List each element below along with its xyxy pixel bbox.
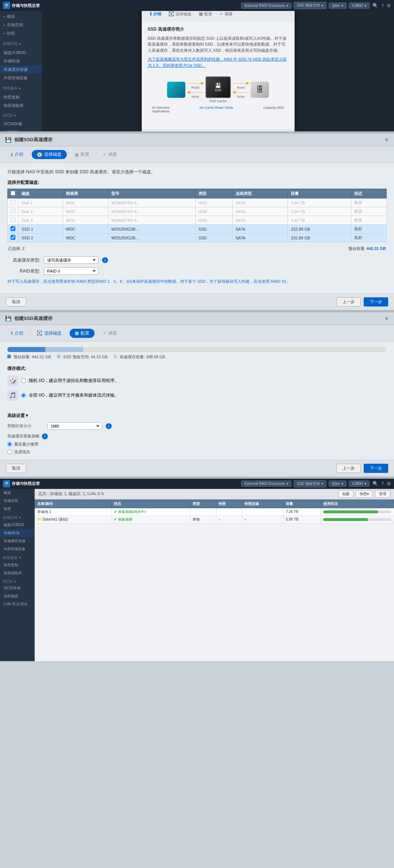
sidebar2-snapshot[interactable]: 快照 <box>0 505 35 513</box>
badge-ssd-reserve[interactable]: SSD 预留空间 ▾ <box>294 2 327 9</box>
raid-type-select[interactable]: RAID 0 RAID 1 RAID 5 RAID 10 <box>44 267 98 275</box>
advanced-section: 高级设置▼ 旁路区块大小 1MB 512KB i 高速缓存置换策略: i 最近最… <box>0 410 394 460</box>
manage-btn[interactable]: 管理 <box>375 490 390 498</box>
sidebar2: 概述 存储空间 快照 存储空间 ▾ 磁盘/VJBOD 存储/快池 高速缓存加速 <box>0 489 35 661</box>
sidebar2-remote-disk[interactable]: 远程磁盘 <box>0 592 35 600</box>
badge2-vjbod[interactable]: VJ80D ▾ <box>349 481 370 487</box>
cache-mode-all-radio[interactable] <box>21 393 26 398</box>
topbar-icons2: 🔍 ? ⚙ <box>372 481 391 486</box>
eviction-lru-radio[interactable] <box>7 442 12 447</box>
ssd2-checkbox[interactable] <box>11 235 15 240</box>
badge2-ssd[interactable]: SSD 预留空间 ▾ <box>294 480 327 487</box>
ssd1-checkbox[interactable] <box>11 226 15 231</box>
bypass-info-icon[interactable]: i <box>106 423 112 429</box>
eviction-info-icon[interactable]: i <box>42 433 48 439</box>
panel3-close-btn[interactable]: ✕ <box>385 316 389 321</box>
snapshot-btn[interactable]: 快照▾ <box>356 490 373 498</box>
sidebar2-lun[interactable]: LUN 导入/导出 <box>0 600 35 608</box>
step2-choose-disk[interactable]: 💽 选择磁盘 <box>32 150 67 159</box>
modal-intro-steps: ℹ 介绍 💽 选择磁盘 ▦ 配置 ✓ 摘要 <box>142 11 294 21</box>
sidebar-item-overview[interactable]: ▪ 概述 <box>0 12 42 21</box>
sidebar2-snapshot-vault[interactable]: 快照保险库 <box>0 569 35 577</box>
step3-config[interactable]: ▦ 配置 <box>70 329 94 338</box>
panel2-close-btn[interactable]: ✕ <box>385 137 389 143</box>
ssd-cache-diagram: 💾 SSD SSD Cache <box>205 76 231 103</box>
sidebar-item-storage-pool[interactable]: 存储快池 <box>0 57 42 65</box>
refresh-icon[interactable]: ↻ <box>101 491 104 496</box>
cache-cap-label: 高速缓存容量: 398.08 GB <box>113 354 165 360</box>
sidebar-item-snapshot-copy[interactable]: 快照复制 <box>0 93 42 101</box>
cache-mode-random-radio[interactable] <box>21 378 26 383</box>
panel3-cancel-btn[interactable]: 取消 <box>6 464 26 473</box>
help-icon2[interactable]: ? <box>381 481 384 486</box>
row1-snapshot <box>216 508 242 516</box>
badge-external-raid[interactable]: External RAID Enclosure ▾ <box>241 3 291 9</box>
step2-intro[interactable]: ℹ 介绍 <box>6 150 28 159</box>
storage-icon: ▪ <box>4 23 5 27</box>
sidebar-item-disk-vjbod[interactable]: 磁盘/VJBOD <box>0 49 42 57</box>
step3-intro[interactable]: ℹ 介绍 <box>6 329 28 338</box>
disk2-checkbox[interactable] <box>11 209 15 213</box>
cache-mode-all: 🎵 全部 I/O，建议用于文件服务和媒体流式传输。 <box>7 390 387 401</box>
settings-icon[interactable]: ⚙ <box>387 3 391 8</box>
disk2-capacity: 3.64 TB <box>288 207 351 216</box>
sidebar2-iscsi[interactable]: iSCSI存储 <box>0 584 35 592</box>
sidebar-item-cache[interactable]: 高速缓存加速 <box>0 65 42 74</box>
sidebar2-disk[interactable]: 磁盘/VJBOD <box>0 521 35 529</box>
modal-intro: 💾 创建SSD高速缓存 ✕ ℹ 介绍 💽 选择磁盘 <box>142 11 295 131</box>
ssd2-capacity: 232.89 GB <box>288 234 351 242</box>
modal-step-config[interactable]: ▦ 配置 <box>195 11 216 18</box>
sidebar-item-remote-disk[interactable]: 远程磁盘 <box>0 128 42 131</box>
step3-summary[interactable]: ✓ 摘要 <box>98 329 122 338</box>
eviction-fifo-radio[interactable] <box>7 450 12 454</box>
watermark: 什么值得买 <box>370 652 390 657</box>
help-icon[interactable]: ? <box>381 3 384 8</box>
badge2-external-raid[interactable]: External RAID Enclosure ▾ <box>241 481 291 487</box>
cache-type-select[interactable]: 读写高速缓存 只读高速缓存 <box>44 256 98 264</box>
modal-step-choose-disk[interactable]: 💽 选择磁盘 <box>165 11 195 18</box>
cache-type-info-icon[interactable]: i <box>102 257 108 263</box>
th-snapshot-accel: 快照加速 <box>242 499 283 508</box>
sidebar2-external[interactable]: 外部存储设备 <box>0 545 35 553</box>
sidebar-header-chevron: ▾ <box>19 42 21 46</box>
intro-link-text[interactable]: 为了提高视频流等大型文件流序列的性能，NAS 中 SSD 与 HDD 的比率至少… <box>148 57 287 67</box>
panel3-next-btn[interactable]: 下一步 <box>364 464 388 473</box>
step2-summary[interactable]: ✓ 摘要 <box>98 150 122 159</box>
sidebar2-overview[interactable]: 概述 <box>0 489 35 497</box>
topbar-icons: 🔍 ? ⚙ <box>372 3 391 8</box>
disk-table: 磁盘 制造商 型号 类型 总线类型 容量 状态 Disk 1 WDC WD40E… <box>7 189 387 242</box>
disk1-checkbox[interactable] <box>11 200 15 205</box>
sidebar2-cache[interactable]: 高速缓存加速 <box>0 537 35 545</box>
settings-icon2[interactable]: ⚙ <box>387 481 391 486</box>
panel2-cancel-btn[interactable]: 取消 <box>6 297 26 306</box>
panel2-prev-btn[interactable]: 上一步 <box>336 297 361 306</box>
badge2-qtier[interactable]: Qtier ▾ <box>329 481 347 487</box>
sidebar-item-storage[interactable]: ▪ 存储空间 <box>0 21 42 29</box>
modal-step-summary[interactable]: ✓ 摘要 <box>216 11 236 18</box>
badge-vjbod[interactable]: VJ80D ▾ <box>349 3 370 9</box>
step2-config[interactable]: ▦ 配置 <box>70 150 94 159</box>
create-btn[interactable]: 创建 <box>338 490 354 498</box>
select-all-checkbox[interactable] <box>11 191 15 196</box>
sidebar2-storage[interactable]: 存储空间 <box>0 497 35 505</box>
sidebar-item-external[interactable]: 外部存储设备 <box>0 74 42 82</box>
badge-qtier[interactable]: Qtier ▾ <box>329 3 347 9</box>
step3-intro-icon: ℹ <box>11 331 13 336</box>
search-icon2[interactable]: 🔍 <box>372 481 378 486</box>
external-label: 外部存储设备 <box>4 75 28 81</box>
bypass-select[interactable]: 1MB 512KB <box>47 423 102 430</box>
cache-mode-section: 缓存模式: 🎲 随机 I/O，建议用于虚拟化和数据库应用程序。 🎵 全部 I/O… <box>0 363 394 410</box>
sidebar-item-iscsi-storage[interactable]: iSCSI存储 <box>0 120 42 128</box>
step3-disk[interactable]: 💽 选择磁盘 <box>32 329 67 338</box>
sidebar2-storage-pool[interactable]: 存储/快池 <box>0 529 35 537</box>
search-icon[interactable]: 🔍 <box>372 3 378 8</box>
panel2-next-btn[interactable]: 下一步 <box>364 297 388 306</box>
sidebar-item-snapshot-vault[interactable]: 快照保险库 <box>0 101 42 110</box>
modal-step-intro[interactable]: ℹ 介绍 <box>146 11 165 18</box>
panel3-prev-btn[interactable]: 上一步 <box>336 464 361 473</box>
disk3-checkbox[interactable] <box>11 217 15 222</box>
advanced-title[interactable]: 高级设置▼ <box>7 413 387 419</box>
sidebar2-snapshot-copy[interactable]: 快照复制 <box>0 561 35 569</box>
modal-intro-section-title: SSD 高速缓存简介 <box>148 26 289 32</box>
sidebar-item-snapshot[interactable]: ▪ 快照 <box>0 29 42 38</box>
